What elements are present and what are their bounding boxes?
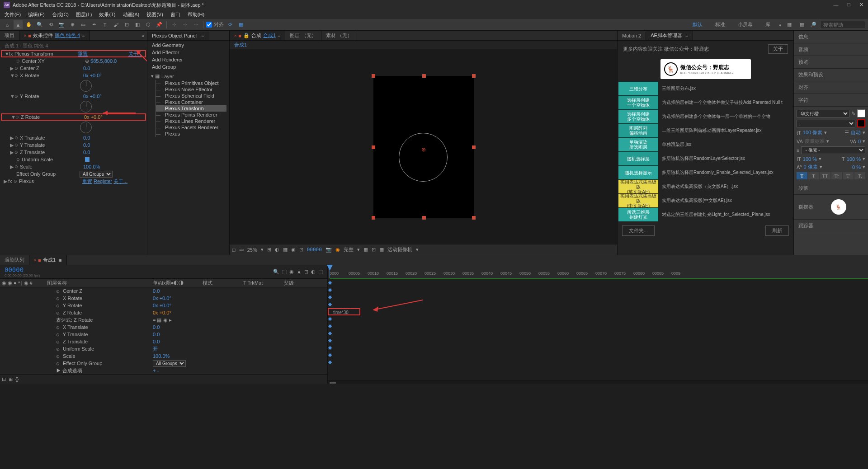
anchor-icon[interactable]: ⊕ bbox=[421, 146, 426, 153]
menu-edit[interactable]: 编辑(E) bbox=[25, 10, 47, 19]
effect-group-select[interactable]: All Groups bbox=[80, 171, 113, 178]
tl-prop-z-rotate[interactable]: ⊙ Z Rotate0x +0.0° bbox=[0, 309, 327, 316]
add-renderer[interactable]: Add Renderer bbox=[148, 56, 228, 63]
allcaps-button[interactable]: TT bbox=[820, 172, 830, 179]
prop-z-rotate[interactable]: ▼ ⊙ Z Rotate 0x +0.0° bbox=[1, 113, 146, 121]
add-group[interactable]: Add Group bbox=[148, 63, 228, 70]
tab-preview[interactable]: 预览 bbox=[794, 56, 868, 69]
brush-tool-icon[interactable]: 🖌 bbox=[111, 20, 120, 29]
tree-node-plexus-points-renderer[interactable]: Plexus Points Renderer bbox=[156, 112, 226, 118]
about-link[interactable]: 关于... bbox=[128, 51, 142, 57]
footer-icon-9[interactable]: ⊡ bbox=[372, 247, 376, 253]
prop-z-translate[interactable]: ▶⊙ Z Translate 0.0 bbox=[1, 149, 146, 156]
timeline-navigator[interactable] bbox=[328, 380, 868, 384]
tl-icon-4[interactable]: ⊡ bbox=[304, 269, 308, 275]
tl-prop-x-translate[interactable]: ⊙ X Translate0.0 bbox=[0, 324, 327, 331]
tab-effects-presets[interactable]: 效果和预设 bbox=[794, 69, 868, 81]
workspace-library[interactable]: 库 bbox=[761, 20, 775, 29]
workspace-overflow-icon[interactable]: » bbox=[778, 22, 781, 28]
menu-layer[interactable]: 图层(L) bbox=[73, 10, 94, 19]
prop-x-rotate[interactable]: ▼ ⊙ X Rotate 0x +0.0° bbox=[1, 72, 146, 79]
stroke-units[interactable]: - 像素 - bbox=[801, 146, 865, 154]
tab-render-queue[interactable]: 渲染队列 bbox=[0, 255, 29, 265]
orbit-tool-icon[interactable]: ⟲ bbox=[46, 20, 55, 29]
tree-node-plexus-primitives-object[interactable]: Plexus Primitives Object bbox=[156, 80, 226, 86]
prop-scale[interactable]: ▶⊙ Scale 100.0% bbox=[1, 163, 146, 170]
tab-footage[interactable]: 素材 （无） bbox=[321, 31, 357, 40]
prop-y-translate[interactable]: ▶⊙ Y Translate 0.0 bbox=[1, 141, 146, 149]
puppet-tool-icon[interactable]: 📌 bbox=[155, 20, 164, 29]
tab-timeline-comp[interactable]: ×■ 合成1 ≡ bbox=[29, 255, 67, 265]
uniform-scale-checkbox[interactable] bbox=[85, 157, 90, 162]
folder-button[interactable]: 文件夹... bbox=[622, 225, 655, 236]
script-button-6[interactable]: 随机选择显示 bbox=[618, 166, 658, 179]
footer-icon-1[interactable]: □ bbox=[232, 247, 236, 253]
tl-track-row[interactable] bbox=[328, 279, 868, 286]
tl-track-row[interactable] bbox=[328, 286, 868, 294]
tab-tracker[interactable]: 跟踪器 bbox=[794, 220, 868, 232]
tl-prop-合成选项[interactable]: ▶ 合成选项+ - bbox=[0, 367, 327, 374]
keyframe-icon[interactable] bbox=[328, 281, 332, 285]
comp-viewer[interactable]: ⊕ bbox=[230, 49, 617, 244]
tl-prop-center-z[interactable]: ⊙ Center Z0.0 bbox=[0, 287, 327, 295]
tab-layer[interactable]: 图层 （无） bbox=[285, 31, 321, 40]
keyframe-icon[interactable] bbox=[328, 317, 332, 321]
toolbar-icon-a[interactable]: ▦ bbox=[785, 20, 794, 29]
tree-node-plexus-transform[interactable]: Plexus Transform bbox=[156, 105, 226, 112]
tree-node-plexus-spherical-field[interactable]: Plexus Spherical Field bbox=[156, 93, 226, 99]
footer-icon-5[interactable]: ▦ bbox=[283, 247, 288, 253]
tab-project[interactable]: 项目 bbox=[0, 31, 19, 40]
comp-canvas[interactable]: ⊕ bbox=[373, 76, 474, 218]
snap-icon-2[interactable]: ▦ bbox=[236, 20, 245, 29]
text-tool-icon[interactable]: T bbox=[100, 20, 109, 29]
panel-menu-icon[interactable]: » bbox=[139, 33, 147, 38]
z-rotate-knob[interactable] bbox=[80, 122, 92, 133]
reset-link[interactable]: 重置 bbox=[78, 51, 88, 57]
fill-color-swatch[interactable] bbox=[857, 109, 865, 117]
tab-wiggler[interactable]: 摇摆器 🦌 bbox=[794, 195, 868, 220]
keyframe-icon[interactable] bbox=[328, 332, 332, 335]
eyedropper-icon[interactable]: ✎ bbox=[851, 111, 855, 117]
tree-node-plexus-noise-effector[interactable]: Plexus Noise Effector bbox=[156, 86, 226, 93]
script-button-3[interactable]: 图层阵列偏移动画 bbox=[618, 124, 658, 137]
tl-prop-uniform-scale[interactable]: ⊙ Uniform Scale开 bbox=[0, 345, 327, 352]
eraser-tool-icon[interactable]: ◧ bbox=[133, 20, 142, 29]
tl-track-row[interactable] bbox=[328, 330, 868, 337]
workspace-default[interactable]: 默认 bbox=[688, 20, 707, 29]
rectangle-tool-icon[interactable]: ▭ bbox=[79, 20, 88, 29]
menu-help[interactable]: 帮助(H) bbox=[185, 10, 207, 19]
keyframe-icon[interactable] bbox=[328, 295, 332, 299]
tab-motion2[interactable]: Motion 2 bbox=[618, 32, 646, 40]
keyframe-icon[interactable] bbox=[328, 324, 332, 328]
maximize-button[interactable]: □ bbox=[845, 2, 852, 8]
prop-uniform-scale[interactable]: ⊙ Uniform Scale bbox=[1, 156, 146, 163]
snap-icon-1[interactable]: ⟳ bbox=[226, 20, 235, 29]
footer-icon-6[interactable]: ◉ bbox=[291, 247, 296, 253]
tl-toggle-1[interactable]: ⊡ bbox=[2, 376, 6, 382]
prop-effect-only-group[interactable]: Effect Only Group All Groups bbox=[1, 170, 146, 178]
axis-local-icon[interactable]: ⊹ bbox=[170, 20, 179, 29]
smallcaps-button[interactable]: Tr bbox=[831, 172, 842, 179]
toolbar-icon-b[interactable]: ▦ bbox=[797, 20, 807, 29]
plexus-transform-header[interactable]: ▼ fx Plexus Transform 重置 关于... bbox=[1, 50, 146, 57]
axis-world-icon[interactable]: ⊹ bbox=[180, 20, 189, 29]
menu-effect[interactable]: 效果(T) bbox=[96, 10, 118, 19]
minimize-button[interactable]: — bbox=[833, 2, 839, 8]
snap-checkbox[interactable] bbox=[206, 22, 212, 28]
script-button-8[interactable]: 实用表达式集高级版(中文版AE) bbox=[618, 194, 658, 207]
tl-toggle-2[interactable]: ⊞ bbox=[9, 376, 13, 382]
hand-tool-icon[interactable]: ✋ bbox=[24, 20, 33, 29]
camera-tool-icon[interactable]: 📷 bbox=[57, 20, 66, 29]
kerning-value[interactable]: 度量标准 bbox=[805, 138, 825, 145]
font-style-select[interactable]: - bbox=[797, 120, 855, 127]
keyframe-icon[interactable] bbox=[328, 339, 332, 342]
tl-prop-y-translate[interactable]: ⊙ Y Translate0.0 bbox=[0, 331, 327, 338]
script-about-button[interactable]: 关于 bbox=[768, 44, 788, 54]
font-select[interactable]: 华文行楷 bbox=[797, 110, 849, 117]
script-button-9[interactable]: 所选三维层创建灯光 bbox=[618, 208, 658, 221]
tl-track-row[interactable] bbox=[328, 352, 868, 359]
tl-track-row[interactable]: time*30 bbox=[328, 308, 360, 315]
tl-icon-2[interactable]: ◉ bbox=[289, 269, 294, 275]
tracking-value[interactable]: 0 bbox=[858, 139, 861, 144]
zoom-value[interactable]: 25% bbox=[247, 247, 257, 253]
